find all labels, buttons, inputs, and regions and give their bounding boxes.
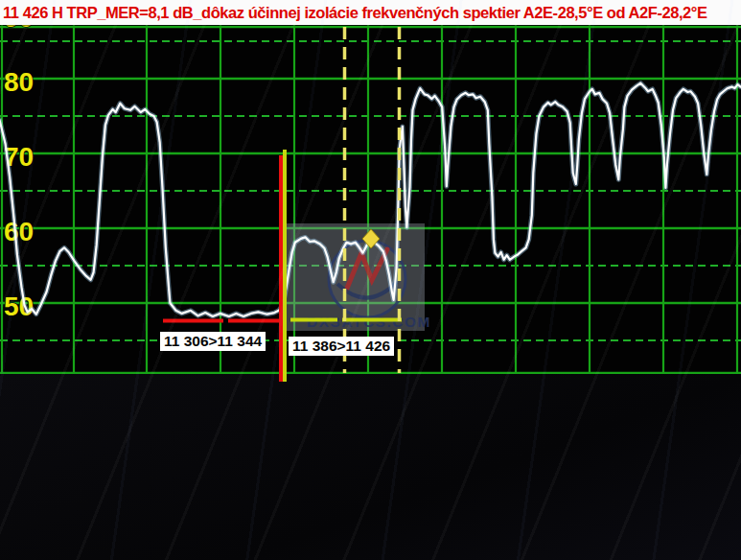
y-tick-50: 50 [4, 292, 34, 321]
title-text: 11 426 H TRP_MER=8,1 dB_dôkaz účinnej iz… [0, 4, 706, 22]
red-cursor-line [279, 155, 283, 374]
yellow-cursor-line [283, 150, 287, 374]
yellow-underline-left [290, 318, 337, 322]
satmeter-screen: DXSATCS.COM9080706050 11 426 H TRP_MER=8… [0, 0, 741, 560]
marker-range-label-right: 11 386>11 426 [289, 337, 394, 356]
title-bar: 11 426 H TRP_MER=8,1 dB_dôkaz účinnej iz… [0, 0, 741, 25]
y-tick-60: 60 [4, 217, 34, 246]
y-tick-80: 80 [4, 67, 34, 97]
red-underline-right [228, 319, 283, 323]
readout-panel: ✔ Pwr 67.0 dBµV ! C/N 7.7 dB ! MER 8.1 d… [0, 374, 741, 560]
spectrum-plot: DXSATCS.COM9080706050 [0, 0, 741, 374]
marker-range-label-left: 11 306>11 344 [160, 332, 266, 351]
yellow-cursor-stub [283, 373, 287, 382]
yellow-underline-right [342, 318, 402, 322]
red-underline-left [163, 319, 223, 323]
